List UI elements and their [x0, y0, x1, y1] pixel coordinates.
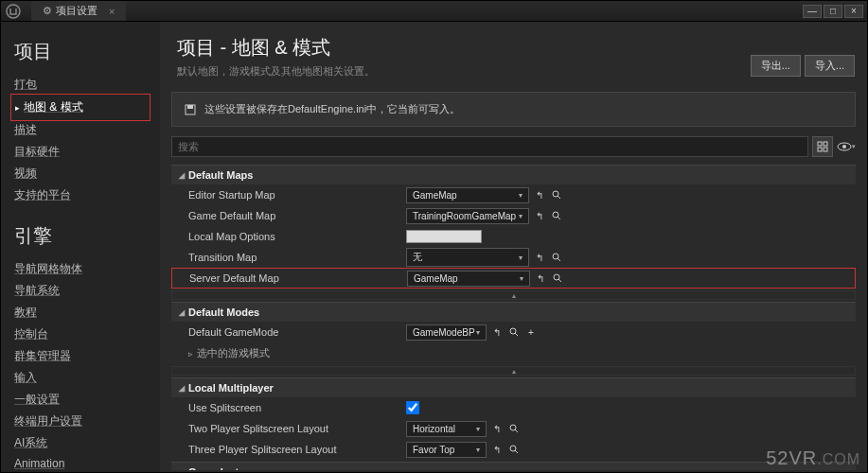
search-input[interactable]	[171, 136, 808, 157]
section-header[interactable]: Game Instance	[171, 462, 856, 470]
sidebar-item[interactable]: 目标硬件	[14, 141, 147, 163]
property-row: Server Default Map GameMap↰	[171, 268, 856, 289]
dropdown[interactable]: GameModeBP	[406, 324, 487, 341]
collapse-toggle[interactable]: ▴	[171, 290, 856, 300]
reset-icon[interactable]: ↰	[490, 325, 504, 339]
sidebar-item[interactable]: 地图 & 模式	[15, 96, 146, 118]
browse-icon[interactable]	[550, 251, 563, 264]
view-options-icon[interactable]: ▾	[837, 140, 856, 153]
close-button[interactable]: ×	[844, 5, 863, 18]
dropdown[interactable]: TrainingRoomGameMap	[406, 208, 529, 224]
browse-icon[interactable]	[507, 422, 521, 435]
dropdown[interactable]: Favor Top	[406, 442, 487, 458]
property-label: Default GameMode	[188, 326, 406, 338]
svg-line-16	[558, 279, 561, 282]
sidebar-item[interactable]: AI系统	[14, 432, 147, 454]
svg-line-20	[515, 429, 518, 432]
browse-icon[interactable]	[551, 272, 564, 285]
section-header[interactable]: Local Multiplayer	[171, 377, 856, 397]
browse-icon[interactable]	[507, 443, 521, 456]
dropdown[interactable]: Horizontal	[406, 421, 487, 437]
property-label: Editor Startup Map	[188, 189, 406, 201]
property-row: Two Player Splitscreen Layout Horizontal…	[171, 418, 856, 439]
import-button[interactable]: 导入...	[805, 55, 855, 77]
property-row: Use Splitscreen	[171, 397, 856, 418]
svg-line-18	[515, 333, 518, 336]
sidebar-item[interactable]: 输入	[14, 367, 147, 389]
sidebar-item[interactable]: 导航网格物体	[14, 258, 147, 280]
close-tab-icon[interactable]: ×	[109, 6, 115, 17]
property-row: Editor Startup Map GameMap↰	[171, 184, 856, 205]
sidebar-item[interactable]: 打包	[14, 74, 147, 96]
browse-icon[interactable]	[550, 209, 563, 222]
text-field[interactable]	[406, 230, 482, 243]
sidebar-section-project: 项目	[14, 39, 147, 64]
svg-rect-3	[818, 142, 822, 146]
sidebar-item[interactable]: 支持的平台	[14, 184, 147, 206]
property-label: Transition Map	[188, 252, 406, 263]
banner-text: 这些设置被保存在DefaultEngine.ini中，它当前可写入。	[204, 102, 460, 116]
add-icon[interactable]: +	[524, 325, 538, 339]
property-label: Local Map Options	[188, 231, 406, 242]
watermark: 52VR.COM	[766, 447, 860, 469]
sidebar-item[interactable]: 描述	[14, 119, 147, 141]
reset-icon[interactable]: ↰	[534, 272, 547, 285]
minimize-button[interactable]: —	[803, 5, 822, 18]
svg-point-8	[842, 145, 846, 149]
sidebar-item[interactable]: 群集管理器	[14, 345, 147, 367]
ue-logo-icon	[5, 3, 22, 20]
sidebar-item[interactable]: 教程	[14, 302, 147, 324]
svg-line-14	[558, 258, 560, 261]
sidebar-item[interactable]: 视频	[14, 163, 147, 184]
tab-title: 项目设置	[56, 4, 97, 18]
expand-sub[interactable]: 选中的游戏模式	[171, 342, 856, 364]
svg-rect-6	[824, 148, 827, 151]
dropdown[interactable]: GameMap	[407, 271, 530, 287]
search-go-button[interactable]	[812, 136, 833, 157]
svg-rect-5	[818, 148, 822, 151]
maximize-button[interactable]: □	[824, 5, 842, 18]
reset-icon[interactable]: ↰	[533, 188, 546, 201]
checkbox[interactable]	[406, 401, 419, 414]
property-row: Game Default Map TrainingRoomGameMap↰	[171, 205, 856, 226]
sidebar-item[interactable]: 终端用户设置	[14, 411, 147, 432]
property-label: Server Default Map	[189, 272, 407, 284]
svg-line-10	[558, 196, 560, 199]
property-label: Game Default Map	[188, 210, 406, 221]
svg-rect-2	[187, 105, 193, 109]
section-header[interactable]: Default Maps	[171, 165, 856, 184]
section-header[interactable]: Default Modes	[171, 302, 856, 322]
sidebar-item[interactable]: 一般设置	[14, 389, 147, 411]
svg-point-0	[7, 5, 20, 18]
dropdown[interactable]: 无	[406, 248, 529, 267]
reset-icon[interactable]: ↰	[490, 422, 504, 435]
save-icon	[184, 103, 197, 116]
gear-icon: ⚙	[43, 5, 52, 17]
sidebar: 项目 打包地图 & 模式描述目标硬件视频支持的平台 引擎 导航网格物体导航系统教…	[1, 22, 160, 472]
property-row: Three Player Splitscreen Layout Favor To…	[171, 439, 856, 460]
property-row: Transition Map 无↰	[171, 247, 856, 268]
info-banner: 这些设置被保存在DefaultEngine.ini中，它当前可写入。	[171, 92, 856, 127]
collapse-toggle[interactable]: ▴	[171, 366, 856, 376]
property-label: Use Splitscreen	[188, 402, 406, 413]
property-label: Three Player Splitscreen Layout	[188, 444, 406, 455]
svg-line-22	[515, 450, 518, 453]
titlebar: ⚙ 项目设置 × — □ ×	[1, 1, 867, 22]
sidebar-section-engine: 引擎	[14, 223, 147, 249]
reset-icon[interactable]: ↰	[490, 443, 504, 456]
svg-line-12	[558, 217, 560, 219]
svg-rect-4	[824, 142, 827, 146]
sidebar-item[interactable]: 导航系统	[14, 280, 147, 302]
reset-icon[interactable]: ↰	[533, 251, 546, 264]
page-title: 项目 - 地图 & 模式	[177, 35, 850, 61]
property-row: Local Map Options	[171, 226, 856, 247]
browse-icon[interactable]	[507, 325, 521, 339]
sidebar-item[interactable]: 控制台	[14, 324, 147, 345]
property-row: Default GameMode GameModeBP↰ +	[171, 322, 856, 342]
export-button[interactable]: 导出...	[751, 55, 801, 77]
sidebar-item[interactable]: Animation	[14, 454, 147, 472]
browse-icon[interactable]	[550, 188, 563, 201]
dropdown[interactable]: GameMap	[406, 187, 529, 203]
reset-icon[interactable]: ↰	[533, 209, 546, 222]
tab-project-settings[interactable]: ⚙ 项目设置 ×	[31, 1, 126, 21]
